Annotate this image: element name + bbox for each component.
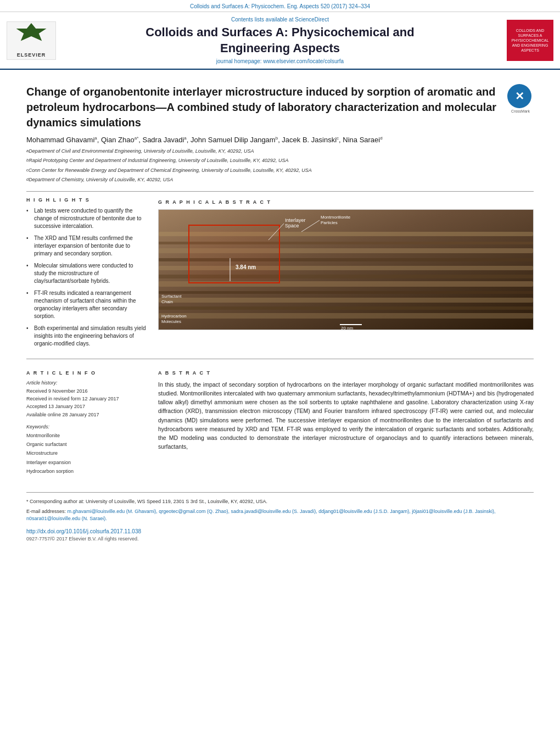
affiliation-d: d Department of Chemistry, University of… (26, 176, 534, 186)
graphical-abstract-heading: G R A P H I C A L A B S T R A C T (158, 199, 534, 205)
email-links[interactable]: m.ghavami@louisville.edu (M. Ghavami), q… (26, 509, 496, 522)
article-info-section: A R T I C L E I N F O Article history: R… (26, 370, 147, 482)
article-info-heading: A R T I C L E I N F O (26, 370, 147, 376)
svg-rect-25 (340, 324, 362, 325)
affil-a-text: Department of Civil and Environmental En… (29, 148, 254, 155)
highlight-item-4: FT-IR results indicated a rearrangement … (26, 289, 147, 320)
highlights-and-graphical: H I G H L I G H T S Lab tests were condu… (26, 197, 534, 352)
sciencedirect-link[interactable]: ScienceDirect (295, 16, 329, 23)
highlights-section: H I G H L I G H T S Lab tests were condu… (26, 197, 147, 352)
authors-line: Mohammad Ghavamia, Qian Zhaoa*, Sadra Ja… (26, 136, 534, 144)
affil-d-text: Department of Chemistry, University of L… (29, 176, 173, 184)
keyword-3: Microstructure (26, 449, 147, 458)
homepage-url[interactable]: www.elsevier.com/locate/colsurfa (263, 58, 344, 64)
article-body: Change of organobentonite interlayer mic… (0, 70, 560, 548)
journal-homepage: journal homepage: www.elsevier.com/locat… (56, 58, 504, 64)
highlight-item-2: The XRD and TEM results confirmed the in… (26, 235, 147, 258)
affil-b-text: Rapid Prototyping Center and Department … (29, 157, 288, 165)
abstract-heading: A B S T R A C T (158, 370, 534, 376)
keywords-section: Keywords: Montmorillonite Organic surfac… (26, 424, 147, 476)
journal-header: ELSEVIER Contents lists available at Sci… (0, 12, 560, 70)
abstract-text: In this study, the impact of secondary s… (158, 380, 534, 451)
keywords-list: Montmorillonite Organic surfactant Micro… (26, 431, 147, 476)
divider-1 (26, 191, 534, 192)
keyword-4: Interlayer expansion (26, 458, 147, 467)
svg-text:Hydrocarbon: Hydrocarbon (161, 314, 187, 319)
svg-rect-8 (159, 291, 533, 294)
affiliation-b: b Rapid Prototyping Center and Departmen… (26, 157, 534, 166)
affiliations: a Department of Civil and Environmental … (26, 148, 534, 186)
corresponding-author: * Corresponding author at: University of… (26, 498, 534, 506)
divider-2 (26, 359, 534, 359)
elsevier-logo: ELSEVIER (7, 21, 56, 60)
highlight-item-5: Both experimental and simulation results… (26, 325, 147, 348)
svg-rect-9 (159, 298, 533, 303)
crossmark-circle: ✕ (507, 84, 531, 108)
journal-title: Colloids and Surfaces A: Physicochemical… (56, 25, 504, 56)
keywords-label: Keywords: (26, 424, 147, 429)
page: Colloids and Surfaces A: Physicochem. En… (0, 0, 560, 548)
doi-link[interactable]: http://dx.doi.org/10.1016/j.colsurfa.201… (26, 528, 141, 534)
svg-text:Particles: Particles (321, 220, 338, 225)
keyword-2: Organic surfactant (26, 440, 147, 449)
received-date: Received 9 November 2016 Received in rev… (26, 387, 147, 419)
article-title: Change of organobentonite interlayer mic… (26, 84, 534, 130)
tem-image: Interlayer Space Montmorillonite Particl… (158, 209, 534, 330)
info-and-abstract: A R T I C L E I N F O Article history: R… (26, 365, 534, 482)
journal-ref-text: Colloids and Surfaces A: Physicochem. En… (190, 3, 370, 9)
highlights-heading: H I G H L I G H T S (26, 197, 147, 203)
journal-center-header: Contents lists available at ScienceDirec… (56, 16, 504, 64)
crossmark-label: CrossMark (507, 109, 534, 113)
graphical-abstract-section: G R A P H I C A L A B S T R A C T (158, 199, 534, 352)
keyword-5: Hydrocarbon sorption (26, 467, 147, 476)
article-history: Article history: Received 9 November 201… (26, 380, 147, 419)
doi-section: http://dx.doi.org/10.1016/j.colsurfa.201… (26, 527, 534, 535)
highlights-list: Lab tests were conducted to quantify the… (26, 207, 147, 348)
right-logo-area: COLLOIDS AND SURFACES A PHYSICOCHEMICAL … (504, 20, 553, 61)
affil-c-text: Conn Center for Renewable Energy and Dep… (29, 167, 312, 175)
svg-text:Montmorillonite: Montmorillonite (321, 215, 351, 220)
copyright-text: 0927-7757/© 2017 Elsevier B.V. All right… (26, 536, 534, 542)
svg-rect-12 (189, 225, 279, 283)
svg-text:Molecules: Molecules (161, 319, 181, 324)
article-footer: * Corresponding author at: University of… (26, 492, 534, 542)
tem-svg: Interlayer Space Montmorillonite Particl… (159, 210, 533, 330)
affiliation-c: c Conn Center for Renewable Energy and D… (26, 167, 534, 176)
journal-right-logo: COLLOIDS AND SURFACES A PHYSICOCHEMICAL … (507, 20, 553, 61)
svg-text:Surfactant: Surfactant (161, 294, 182, 299)
svg-text:Interlayer: Interlayer (285, 217, 306, 223)
svg-rect-11 (159, 313, 533, 319)
email-addresses: E-mail addresses: m.ghavami@louisville.e… (26, 508, 534, 523)
svg-text:3.84 nm: 3.84 nm (236, 264, 256, 270)
email-label: E-mail addresses: (26, 509, 66, 514)
crossmark-badge: ✕ CrossMark (507, 84, 534, 110)
highlight-item-1: Lab tests were conducted to quantify the… (26, 207, 147, 230)
crossmark-icon: ✕ (515, 90, 524, 103)
history-label: Article history: (26, 380, 147, 386)
highlight-item-3: Molecular simulations were conducted to … (26, 262, 147, 285)
affiliation-a: a Department of Civil and Environmental … (26, 148, 534, 157)
sciencedirect-label: Contents lists available at ScienceDirec… (56, 16, 504, 23)
svg-text:20 nm: 20 nm (341, 326, 354, 330)
svg-text:Chain: Chain (161, 299, 173, 304)
svg-text:Space: Space (285, 223, 299, 228)
elsevier-text: ELSEVIER (17, 52, 46, 58)
svg-rect-10 (159, 306, 533, 310)
article-title-section: Change of organobentonite interlayer mic… (26, 84, 534, 130)
keyword-1: Montmorillonite (26, 431, 147, 440)
abstract-section: A B S T R A C T In this study, the impac… (158, 370, 534, 482)
journal-reference-bar: Colloids and Surfaces A: Physicochem. En… (0, 0, 560, 12)
